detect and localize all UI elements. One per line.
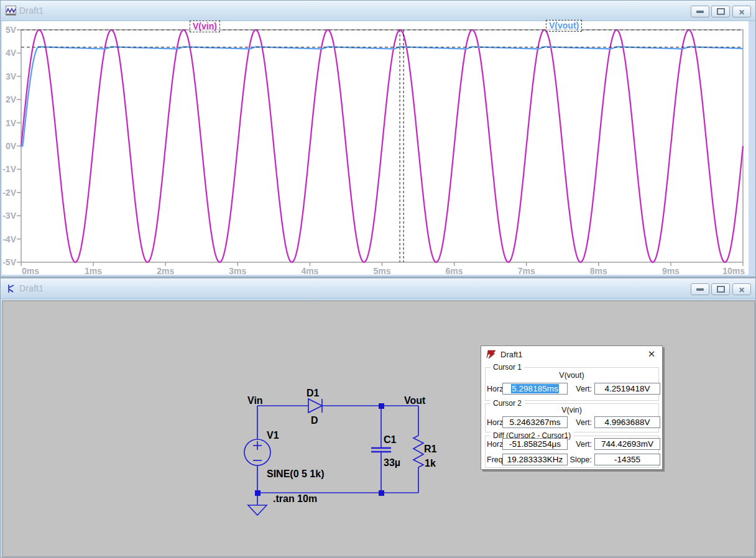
- cursor1-trace: V(vout): [481, 371, 662, 380]
- restore-icon: [717, 8, 725, 15]
- net-label-vout[interactable]: Vout: [404, 395, 426, 406]
- cap-value-label[interactable]: 33µ: [384, 457, 400, 468]
- x-tick-label: 9ms: [662, 266, 680, 276]
- legend-vout[interactable]: V(vout): [546, 20, 582, 32]
- cursor2-vert-field[interactable]: 4.9963688V: [594, 416, 660, 428]
- waveform-window-icon: [6, 6, 16, 16]
- diode-name-label[interactable]: D1: [307, 388, 320, 398]
- diode-value-label[interactable]: D: [311, 415, 318, 426]
- junction-vout: [379, 403, 384, 409]
- y-tick-label: 2V: [6, 94, 17, 104]
- junction-v1-gnd: [255, 490, 260, 496]
- x-tick-label: 6ms: [446, 266, 463, 276]
- schematic-titlebar[interactable]: Draft1 ✕: [1, 278, 755, 299]
- res-name-label[interactable]: R1: [424, 444, 437, 454]
- x-tick-label: 2ms: [157, 266, 174, 276]
- cursor-dialog[interactable]: Draft1 ✕ Cursor 1 V(vout) Horz: 5.298185…: [481, 345, 663, 470]
- junction-cap-gnd: [379, 490, 384, 496]
- net-label-vin[interactable]: Vin: [247, 395, 263, 406]
- restore-button[interactable]: [711, 6, 730, 17]
- cursor1-group-label: Cursor 1: [491, 363, 524, 372]
- y-tick-label: 3V: [6, 71, 17, 81]
- y-tick-label: -1V: [2, 164, 16, 174]
- x-tick-label: 4ms: [301, 266, 318, 276]
- schematic-window-icon: [6, 283, 16, 294]
- source-value-label[interactable]: SINE(0 5 1k): [267, 469, 324, 479]
- y-tick-label: -4V: [2, 234, 16, 244]
- x-tick-label: 1ms: [85, 266, 102, 276]
- cursor2-trace: V(vin): [481, 406, 662, 414]
- res-value-label[interactable]: 1k: [425, 458, 436, 469]
- diff-slope-field[interactable]: -14355: [594, 454, 660, 465]
- y-tick-label: 4V: [6, 48, 17, 58]
- x-tick-label: 7ms: [518, 266, 535, 276]
- waveform-titlebar[interactable]: Draft1 ✕: [1, 1, 755, 21]
- x-tick-label: 10ms: [722, 266, 745, 276]
- y-tick-label: 0V: [6, 141, 17, 151]
- cursor2-horz-field[interactable]: 5.2463267ms: [502, 416, 568, 428]
- cursor1-vert-field[interactable]: 4.2519418V: [594, 383, 660, 395]
- cursor-dialog-titlebar[interactable]: Draft1 ✕: [481, 346, 662, 362]
- legend-vin[interactable]: V(vin): [190, 21, 220, 32]
- cursor1-vert-label: Vert:: [568, 385, 592, 393]
- plot-background[interactable]: [2, 21, 749, 275]
- x-tick-label: 0ms: [22, 266, 39, 276]
- source-name-label[interactable]: V1: [267, 430, 279, 441]
- x-tick-label: 5ms: [373, 266, 390, 276]
- y-tick-label: -5V: [2, 257, 16, 267]
- x-tick-label: 3ms: [229, 266, 246, 276]
- cursor1-horz-field[interactable]: 5.298185ms: [502, 383, 568, 395]
- ltspice-logo-icon: [486, 349, 497, 360]
- diff-vert-field[interactable]: 744.42693mV: [594, 438, 660, 450]
- y-tick-label: 1V: [6, 118, 17, 128]
- dialog-close-icon[interactable]: ✕: [646, 349, 657, 360]
- diff-slope-label: Slope:: [565, 455, 592, 464]
- cursor-dialog-title: Draft1: [500, 350, 522, 359]
- waveform-window-title: Draft1: [19, 6, 44, 16]
- restore-button[interactable]: [711, 283, 730, 295]
- diff-vert-label: Vert:: [568, 440, 592, 449]
- cap-name-label[interactable]: C1: [384, 434, 397, 445]
- restore-icon: [717, 286, 725, 293]
- y-tick-label: 5V: [6, 25, 17, 35]
- close-icon: ✕: [739, 286, 745, 295]
- cursor2-vert-label: Vert:: [568, 418, 592, 427]
- waveform-window: Draft1 ✕ 5V4V3V2V1V0V-1V-2V-3V-4V-5V 0ms…: [0, 0, 756, 277]
- cursor1-horz-value: 5.298185ms: [511, 384, 558, 393]
- close-button[interactable]: ✕: [732, 6, 751, 17]
- close-button[interactable]: ✕: [732, 283, 751, 295]
- x-tick-label: 8ms: [590, 266, 607, 276]
- minimize-button[interactable]: [691, 6, 709, 17]
- spice-directive[interactable]: .tran 10m: [273, 493, 317, 504]
- y-tick-label: -3V: [2, 211, 16, 221]
- diff-horz-field[interactable]: -51.858254µs: [502, 438, 568, 450]
- y-tick-label: -2V: [2, 188, 16, 198]
- minimize-icon: [696, 288, 704, 291]
- minimize-icon: [696, 11, 704, 13]
- waveform-plot[interactable]: 5V4V3V2V1V0V-1V-2V-3V-4V-5V 0ms1ms2ms3ms…: [1, 21, 756, 277]
- diff-freq-field[interactable]: 19.283333KHz: [502, 454, 568, 465]
- minimize-button[interactable]: [691, 283, 709, 295]
- close-icon: ✕: [739, 8, 745, 17]
- schematic-window-title: Draft1: [19, 283, 44, 293]
